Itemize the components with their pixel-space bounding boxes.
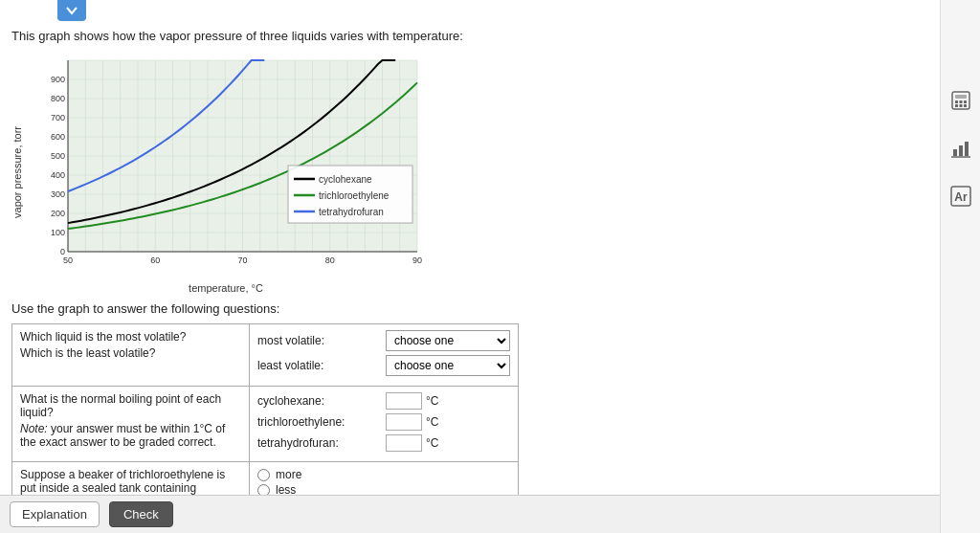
- svg-rect-8: [953, 149, 957, 156]
- least-volatile-row: least volatile: choose one cyclohexane t…: [257, 355, 510, 376]
- trichloroethylene-input[interactable]: [386, 413, 422, 431]
- volatile-row: Which liquid is the most volatile? Which…: [12, 324, 519, 387]
- most-volatile-select[interactable]: choose one cyclohexane trichloroethylene…: [386, 330, 510, 351]
- element-icon[interactable]: Ar: [947, 182, 975, 211]
- graph-wrapper: temperature, °C: [25, 51, 427, 294]
- svg-text:Ar: Ar: [954, 190, 968, 204]
- explanation-button[interactable]: Explanation: [10, 501, 100, 527]
- svg-rect-7: [964, 104, 967, 107]
- most-volatile-question: Which liquid is the most volatile?: [20, 330, 241, 344]
- volatile-left-cell: Which liquid is the most volatile? Which…: [12, 324, 250, 387]
- tetrahydrofuran-boiling-row: tetrahydrofuran: °C: [257, 434, 510, 452]
- svg-rect-6: [959, 104, 962, 107]
- trichloroethylene-deg: °C: [426, 415, 438, 429]
- questions-label: Use the graph to answer the following qu…: [11, 301, 928, 316]
- note-label: Note:: [20, 422, 48, 435]
- main-content: This graph shows how the vapor pressure …: [0, 21, 940, 533]
- tetrahydrofuran-label: tetrahydrofuran:: [257, 436, 382, 450]
- graph-canvas: [25, 51, 427, 280]
- most-volatile-row: most volatile: choose one cyclohexane tr…: [257, 330, 510, 351]
- x-axis-label: temperature, °C: [189, 282, 263, 294]
- check-button[interactable]: Check: [109, 501, 173, 527]
- chart-icon[interactable]: [947, 134, 975, 163]
- boiling-row: What is the normal boiling point of each…: [12, 387, 519, 462]
- boiling-left-cell: What is the normal boiling point of each…: [12, 387, 250, 462]
- boiling-note: Note: your answer must be within 1°C of …: [20, 422, 241, 449]
- least-volatile-select[interactable]: choose one cyclohexane trichloroethylene…: [386, 355, 510, 376]
- more-radio[interactable]: [257, 469, 270, 481]
- boiling-question: What is the normal boiling point of each…: [20, 392, 241, 419]
- graph-container: vapor pressure, torr temperature, °C: [11, 51, 928, 294]
- boiling-right-cell: cyclohexane: °C trichloroethylene: °C te…: [250, 387, 519, 462]
- tetrahydrofuran-deg: °C: [426, 436, 438, 450]
- tetrahydrofuran-input[interactable]: [386, 434, 422, 452]
- volatile-right-cell: most volatile: choose one cyclohexane tr…: [250, 324, 519, 387]
- chevron-down-button[interactable]: [57, 0, 86, 21]
- most-volatile-label: most volatile:: [257, 334, 382, 347]
- svg-rect-4: [964, 100, 967, 103]
- least-volatile-question: Which is the least volatile?: [20, 346, 241, 360]
- svg-rect-3: [959, 100, 962, 103]
- bottom-bar: Explanation Check: [0, 495, 940, 533]
- cyclohexane-boiling-row: cyclohexane: °C: [257, 392, 510, 410]
- more-label: more: [276, 468, 301, 481]
- least-volatile-label: least volatile:: [257, 359, 382, 372]
- right-sidebar: Ar: [940, 0, 980, 533]
- trichloroethylene-boiling-row: trichloroethylene: °C: [257, 413, 510, 431]
- svg-rect-1: [955, 95, 967, 99]
- svg-rect-5: [955, 104, 958, 107]
- intro-text: This graph shows how the vapor pressure …: [11, 29, 928, 43]
- svg-rect-2: [955, 100, 958, 103]
- cyclohexane-label: cyclohexane:: [257, 394, 382, 408]
- cyclohexane-deg: °C: [426, 394, 438, 408]
- calculator-icon[interactable]: [947, 86, 975, 115]
- trichloroethylene-label: trichloroethylene:: [257, 415, 382, 429]
- svg-rect-9: [959, 145, 963, 156]
- y-axis-label: vapor pressure, torr: [11, 126, 23, 218]
- cyclohexane-input[interactable]: [386, 392, 422, 410]
- svg-rect-10: [965, 142, 969, 156]
- more-radio-row: more: [257, 468, 510, 481]
